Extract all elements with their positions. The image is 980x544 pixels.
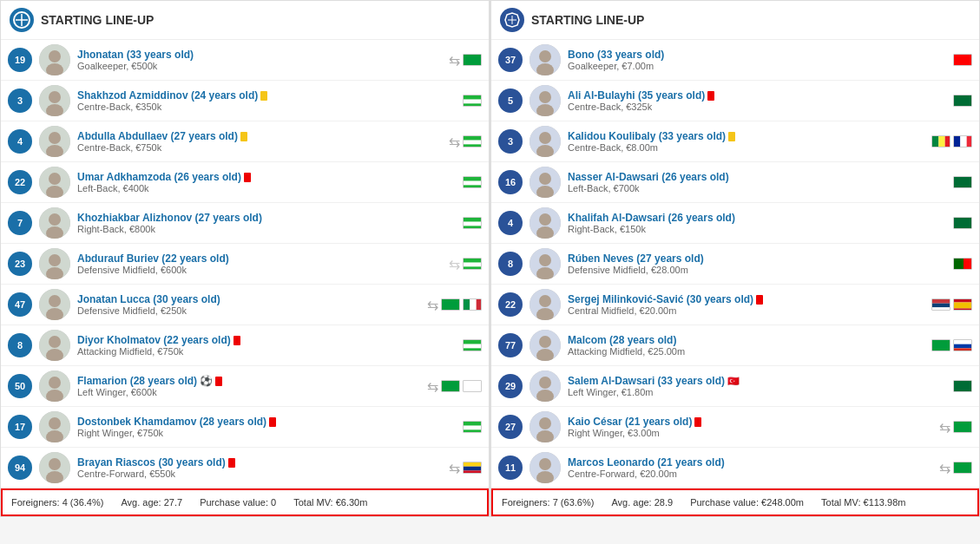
flag-rs [931, 298, 950, 311]
player-name-text[interactable]: Umar Adkhamzoda (26 years old) [77, 171, 241, 183]
flag-fr [953, 135, 972, 147]
player-name-text[interactable]: Dostonbek Khamdamov (28 years old) [77, 416, 266, 428]
player-icons: ⇆ [935, 419, 972, 436]
player-row[interactable]: 37Bono (33 years old)Goalkeeper, €7.00m [491, 40, 979, 81]
player-row[interactable]: 4Khalifah Al-Dawsari (26 years old)Right… [491, 203, 979, 244]
player-info: Flamarion (28 years old)⚽Left Winger, €6… [77, 375, 423, 397]
player-icons [458, 176, 482, 188]
svg-point-18 [49, 173, 61, 185]
player-avatar [39, 330, 70, 361]
player-name-text[interactable]: Flamarion (28 years old) [77, 375, 197, 387]
svg-rect-26 [464, 218, 482, 222]
player-info: Abdurauf Buriev (22 years old)Defensive … [77, 252, 444, 275]
player-name-text[interactable]: Marcos Leonardo (21 years old) [568, 456, 725, 469]
flag-uz [463, 339, 482, 351]
svg-point-96 [539, 295, 551, 307]
right-total-mv: Total MV: €113.98m [821, 497, 905, 508]
player-row[interactable]: 19Jhonatan (33 years old)Goalkeeper, €50… [1, 40, 489, 81]
player-row[interactable]: 94Brayan Riascos (30 years old)Centre-Fo… [1, 448, 489, 488]
player-name-text[interactable]: Jhonatan (33 years old) [77, 49, 194, 61]
player-row[interactable]: 17Dostonbek Khamdamov (28 years old)Righ… [1, 407, 489, 448]
player-row[interactable]: 11Marcos Leonardo (21 years old)Centre-F… [491, 448, 979, 488]
left-total-mv: Total MV: €6.30m [293, 497, 367, 508]
player-name-text[interactable]: Salem Al-Dawsari (33 years old) [568, 375, 725, 387]
svg-rect-9 [464, 100, 482, 104]
flag-uz [463, 176, 482, 188]
player-name-text[interactable]: Abdulla Abdullaev (27 years old) [77, 130, 238, 142]
player-name-text[interactable]: Malcom (28 years old) [568, 334, 676, 346]
player-row[interactable]: 3Shakhzod Azmiddinov (24 years old)Centr… [1, 81, 489, 121]
jersey-number: 94 [8, 456, 32, 480]
player-icons [458, 421, 482, 433]
player-details: Centre-Back, €350k [77, 102, 458, 112]
player-icons [458, 95, 482, 107]
svg-rect-10 [464, 103, 482, 107]
player-info: Rúben Neves (27 years old)Defensive Midf… [568, 252, 949, 275]
player-info: Salem Al-Dawsari (33 years old)🇹🇷Left Wi… [568, 375, 949, 397]
player-row[interactable]: 47Jonatan Lucca (30 years old)Defensive … [1, 285, 489, 325]
svg-rect-15 [464, 141, 482, 145]
player-row[interactable]: 77Malcom (28 years old)Attacking Midfiel… [491, 325, 979, 366]
player-row[interactable]: 29Salem Al-Dawsari (33 years old)🇹🇷Left … [491, 366, 979, 407]
jersey-number: 5 [498, 88, 523, 113]
svg-rect-108 [954, 340, 972, 344]
jersey-number: 22 [8, 170, 32, 194]
player-row[interactable]: 22Sergej Milinković-Savić (30 years old)… [491, 285, 979, 325]
player-name-text[interactable]: Khozhiakbar Alizhonov (27 years old) [77, 212, 262, 224]
substitution-icon: ⇆ [449, 52, 460, 69]
player-row[interactable]: 4Abdulla Abdullaev (27 years old)Centre-… [1, 121, 489, 162]
right-footer: Foreigners: 7 (63.6%) Avg. age: 28.9 Pur… [491, 488, 979, 516]
player-row[interactable]: 16Nasser Al-Dawsari (26 years old)Left-B… [491, 162, 979, 203]
player-name-text[interactable]: Nasser Al-Dawsari (26 years old) [568, 171, 729, 183]
player-name-text[interactable]: Shakhzod Azmiddinov (24 years old) [77, 89, 258, 102]
svg-rect-57 [464, 426, 482, 430]
player-name-text[interactable]: Khalifah Al-Dawsari (26 years old) [568, 212, 735, 224]
player-name-text[interactable]: Jonatan Lucca (30 years old) [77, 293, 220, 305]
player-avatar [39, 126, 70, 157]
player-name-text[interactable]: Bono (33 years old) [568, 49, 664, 61]
player-row[interactable]: 22Umar Adkhamzoda (26 years old)Left-Bac… [1, 162, 489, 203]
player-details: Central Midfield, €20.00m [568, 305, 927, 316]
player-name-text[interactable]: Ali Al-Bulayhi (35 years old) [568, 89, 705, 102]
player-icons [949, 54, 972, 66]
player-row[interactable]: 3Kalidou Koulibaly (33 years old)Centre-… [491, 121, 979, 162]
flag-sn [931, 135, 950, 147]
substitution-icon: ⇆ [427, 297, 438, 313]
svg-rect-98 [932, 299, 950, 304]
player-name-text[interactable]: Kalidou Koulibaly (33 years old) [568, 130, 726, 142]
player-details: Centre-Back, €8.00m [568, 142, 927, 153]
substitution-icon: ⇆ [939, 419, 950, 436]
player-row[interactable]: 27Kaio César (21 years old)Right Winger,… [491, 407, 979, 448]
svg-rect-14 [464, 136, 482, 141]
player-avatar [39, 248, 70, 279]
svg-rect-79 [954, 136, 960, 147]
jersey-number: 29 [498, 374, 523, 398]
player-info: Jonatan Lucca (30 years old)Defensive Mi… [77, 293, 423, 316]
svg-point-112 [539, 377, 551, 389]
player-name-text[interactable]: Abdurauf Buriev (22 years old) [77, 252, 229, 265]
player-name-text[interactable]: Diyor Kholmatov (22 years old) [77, 334, 231, 346]
player-info: Khozhiakbar Alizhonov (27 years old)Righ… [77, 212, 458, 234]
flag-br [953, 462, 972, 474]
yellow-card-icon [240, 132, 247, 141]
player-row[interactable]: 5Ali Al-Bulayhi (35 years old)Centre-Bac… [491, 81, 979, 121]
player-row[interactable]: 7Khozhiakbar Alizhonov (27 years old)Rig… [1, 203, 489, 244]
player-name-text[interactable]: Sergej Milinković-Savić (30 years old) [568, 293, 753, 305]
player-name-text[interactable]: Kaio César (21 years old) [568, 416, 692, 428]
player-details: Defensive Midfield, €250k [77, 305, 423, 316]
svg-rect-99 [932, 304, 950, 308]
player-row[interactable]: 8Rúben Neves (27 years old)Defensive Mid… [491, 244, 979, 285]
player-name-text[interactable]: Brayan Riascos (30 years old) [77, 456, 226, 469]
left-avg-age: Avg. age: 27.7 [121, 497, 182, 508]
player-row[interactable]: 23Abdurauf Buriev (22 years old)Defensiv… [1, 244, 489, 285]
svg-point-70 [539, 91, 551, 103]
jersey-number: 23 [8, 252, 32, 276]
svg-rect-109 [954, 344, 972, 349]
player-row[interactable]: 8Diyor Kholmatov (22 years old)Attacking… [1, 325, 489, 366]
svg-rect-89 [954, 218, 972, 229]
svg-rect-52 [464, 381, 482, 392]
player-row[interactable]: 50Flamarion (28 years old)⚽Left Winger, … [1, 366, 489, 407]
player-details: Right Winger, €750k [77, 428, 458, 438]
player-name-text[interactable]: Rúben Neves (27 years old) [568, 252, 704, 265]
player-avatar [39, 411, 70, 442]
